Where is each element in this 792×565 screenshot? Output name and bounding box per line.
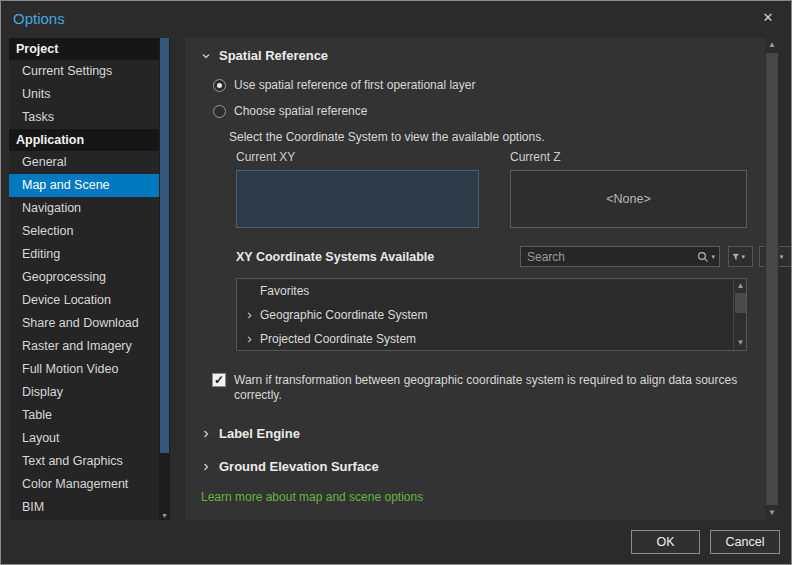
main-scrollbar[interactable]: ▲ ▼ (765, 38, 779, 520)
sidebar: Project Current Settings Units Tasks App… (9, 38, 159, 520)
sidebar-item-table[interactable]: Table (9, 404, 159, 427)
sidebar-item-device-location[interactable]: Device Location (9, 289, 159, 312)
section-header-ground-elevation-surface[interactable]: Ground Elevation Surface (201, 459, 379, 474)
main-panel: Spatial Reference Use spatial reference … (185, 38, 779, 520)
warn-checkbox-label: Warn if transformation between geographi… (234, 373, 759, 403)
list-item-projected-coordinate-system[interactable]: Projected Coordinate System (237, 327, 746, 351)
sidebar-scroll-down-icon[interactable]: ▼ (159, 512, 170, 519)
learn-more-link[interactable]: Learn more about map and scene options (201, 490, 423, 504)
window-title: Options (13, 10, 65, 27)
search-dropdown-icon[interactable]: ▾ (709, 253, 719, 261)
title-bar: Options ✕ (1, 1, 791, 37)
filter-dropdown-icon: ▾ (739, 253, 749, 261)
sidebar-group-project: Project (9, 38, 159, 60)
chevron-right-icon (201, 462, 211, 472)
filter-icon (732, 251, 739, 263)
radio-choose-spatial-reference[interactable] (213, 105, 226, 118)
current-z-label: Current Z (510, 150, 561, 164)
radio-first-layer-label: Use spatial reference of first operation… (234, 78, 475, 92)
section-header-spatial-reference[interactable]: Spatial Reference (201, 48, 328, 63)
options-dialog: Options ✕ Project Current Settings Units… (0, 0, 792, 565)
sidebar-item-map-and-scene[interactable]: Map and Scene (9, 174, 159, 197)
filter-button[interactable]: ▾ (728, 246, 753, 267)
sidebar-item-selection[interactable]: Selection (9, 220, 159, 243)
sidebar-item-raster-and-imagery[interactable]: Raster and Imagery (9, 335, 159, 358)
sidebar-item-layout[interactable]: Layout (9, 427, 159, 450)
list-scroll-down-icon[interactable]: ▼ (734, 336, 747, 350)
section-header-label-engine[interactable]: Label Engine (201, 426, 300, 441)
current-z-value: <None> (606, 192, 650, 206)
chevron-right-icon[interactable] (245, 311, 254, 320)
section-title: Ground Elevation Surface (219, 459, 379, 474)
globe-dropdown-icon: ▾ (778, 253, 788, 261)
sidebar-scrollbar-thumb[interactable] (160, 38, 169, 453)
cancel-button[interactable]: Cancel (710, 530, 780, 554)
search-icon[interactable] (697, 251, 709, 263)
sidebar-group-application: Application (9, 129, 159, 151)
sidebar-item-share-and-download[interactable]: Share and Download (9, 312, 159, 335)
learn-more-row: Learn more about map and scene options (201, 490, 423, 504)
list-scrollbar[interactable]: ▲ ▼ (733, 279, 746, 350)
sidebar-item-bim[interactable]: BIM (9, 496, 159, 519)
main-scroll-down-icon[interactable]: ▼ (765, 506, 779, 520)
radio-choose-label: Choose spatial reference (234, 104, 367, 118)
sidebar-item-color-management[interactable]: Color Management (9, 473, 159, 496)
list-item-geographic-coordinate-system[interactable]: Geographic Coordinate System (237, 303, 746, 327)
sidebar-item-editing[interactable]: Editing (9, 243, 159, 266)
sidebar-item-current-settings[interactable]: Current Settings (9, 60, 159, 83)
chevron-right-icon[interactable] (245, 335, 254, 344)
ok-button[interactable]: OK (631, 530, 700, 554)
coordinate-instruction: Select the Coordinate System to view the… (229, 130, 545, 144)
coordinate-systems-list: Favorites Geographic Coordinate System P… (236, 278, 747, 351)
sidebar-item-display[interactable]: Display (9, 381, 159, 404)
sidebar-item-text-and-graphics[interactable]: Text and Graphics (9, 450, 159, 473)
radio-row-choose[interactable]: Choose spatial reference (213, 104, 367, 118)
close-icon[interactable]: ✕ (759, 9, 777, 27)
sidebar-item-tasks[interactable]: Tasks (9, 106, 159, 129)
main-scroll-up-icon[interactable]: ▲ (765, 38, 779, 52)
chevron-down-icon (201, 51, 211, 61)
radio-first-layer[interactable] (213, 79, 226, 92)
warn-checkbox-row[interactable]: ✓ Warn if transformation between geograp… (212, 373, 759, 403)
xy-systems-row: XY Coordinate Systems Available ▾ ▾ ▾ (236, 246, 759, 267)
list-scroll-up-icon[interactable]: ▲ (734, 279, 747, 293)
search-input[interactable] (521, 250, 697, 264)
sidebar-item-units[interactable]: Units (9, 83, 159, 106)
section-title: Spatial Reference (219, 48, 328, 63)
current-xy-box[interactable] (236, 170, 479, 228)
main-scrollbar-thumb[interactable] (766, 53, 778, 505)
sidebar-scrollbar[interactable]: ▼ (159, 38, 170, 520)
sidebar-item-navigation[interactable]: Navigation (9, 197, 159, 220)
list-scrollbar-thumb[interactable] (735, 293, 746, 313)
sidebar-item-general[interactable]: General (9, 151, 159, 174)
search-box: ▾ (520, 246, 720, 267)
warn-checkbox[interactable]: ✓ (212, 373, 226, 387)
radio-row-first-layer[interactable]: Use spatial reference of first operation… (213, 78, 475, 92)
sidebar-item-geoprocessing[interactable]: Geoprocessing (9, 266, 159, 289)
current-xy-label: Current XY (236, 150, 295, 164)
list-item-favorites[interactable]: Favorites (237, 279, 746, 303)
current-z-box[interactable]: <None> (510, 170, 747, 228)
section-title: Label Engine (219, 426, 300, 441)
instruction-row: Select the Coordinate System to view the… (229, 130, 545, 144)
chevron-right-icon (201, 429, 211, 439)
xy-systems-label: XY Coordinate Systems Available (236, 250, 434, 264)
sidebar-item-full-motion-video[interactable]: Full Motion Video (9, 358, 159, 381)
